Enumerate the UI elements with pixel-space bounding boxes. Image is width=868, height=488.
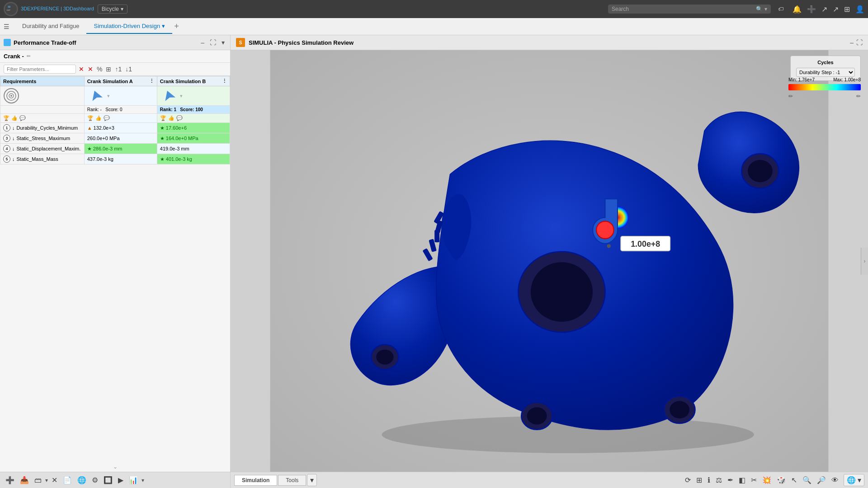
rt-btn-section[interactable]: ◧ <box>736 474 748 486</box>
delete-button[interactable]: ✕ <box>50 474 59 486</box>
add-icon[interactable]: ➕ <box>807 5 816 14</box>
tag-icon[interactable]: 🏷 <box>778 6 783 12</box>
sidebar-toggle[interactable]: ☰ <box>4 23 9 30</box>
table-row: 1 ↓ Durability_Cycles_Minimum ▲ 132.0e+3 <box>0 123 230 133</box>
search-dropdown-icon[interactable]: ▾ <box>764 6 767 12</box>
clear-filter-button[interactable]: ✕ <box>87 65 94 74</box>
plane-b-cell: ▾ <box>157 86 230 106</box>
doc-button[interactable]: 📄 <box>61 474 74 486</box>
topbar: 3D EXP 3DEXPERIENCE | 3DDashboard Bicycl… <box>0 0 868 18</box>
thumbs-a-icon[interactable]: 👍 <box>95 115 102 121</box>
req-icon-cell <box>0 86 85 106</box>
compare-button[interactable]: ⚙ <box>90 474 100 486</box>
table-row: 4 ↓ Static_Displacement_Maxim. ★ 286.0e-… <box>0 144 230 154</box>
project-dropdown[interactable]: Bicycle ▾ <box>98 5 127 14</box>
scale-edit-icons: ✏ ✏ <box>788 93 861 99</box>
rt-view-dropdown[interactable]: 🌐 ▾ <box>844 474 864 486</box>
tab-more-dropdown[interactable]: ▾ <box>307 474 317 486</box>
rt-btn-zoom-in[interactable]: 🔎 <box>815 474 828 486</box>
chart-button[interactable]: 📊 <box>127 474 140 486</box>
apps-icon[interactable]: ⊞ <box>844 5 850 14</box>
search-icon: 🔍 <box>756 6 763 12</box>
tools-tab-button[interactable]: Tools <box>278 475 306 486</box>
tab-durability[interactable]: Durability and Fatigue <box>15 19 86 34</box>
scan-button[interactable]: 🔲 <box>102 474 114 486</box>
top-icons: 🔔 ➕ ↗ ↗ ⊞ 👤 <box>793 5 864 14</box>
trophy-a-icon[interactable]: 🏆 <box>87 115 94 121</box>
search-input[interactable] <box>612 6 754 12</box>
scroll-down-indicator[interactable]: ⌄ <box>0 462 230 472</box>
minimize-panel-button[interactable]: – <box>199 38 206 47</box>
rt-btn-zoom-fit[interactable]: 🔍 <box>800 474 814 486</box>
user-icon[interactable]: 👤 <box>855 5 864 14</box>
share2-icon[interactable]: ↗ <box>833 5 839 14</box>
sort-asc-button[interactable]: ↑1 <box>114 65 123 74</box>
globe-button[interactable]: 🌐 <box>75 474 88 486</box>
rt-btn-eye[interactable]: 👁 <box>829 474 841 486</box>
comment-b-icon[interactable]: 💬 <box>176 115 183 121</box>
share-icon[interactable]: ↗ <box>821 5 827 14</box>
notify-icon[interactable]: 🔔 <box>793 5 802 14</box>
icon-row: ▾ ▾ <box>0 86 230 106</box>
play-button[interactable]: ▶ <box>116 474 125 486</box>
rt-btn-measure[interactable]: ⚖ <box>713 474 724 486</box>
tab-simulation[interactable]: Simulation-Driven Design ▾ <box>86 19 172 34</box>
sim-a-val-2: 260.0e+0 MPa <box>84 133 157 144</box>
close-panel-button[interactable]: ▾ <box>220 38 226 47</box>
cycles-dropdown[interactable]: Durability Step : -1 <box>796 68 855 77</box>
tb-dropdown-icon[interactable]: ▾ <box>142 477 144 483</box>
left-panel: Performance Trade-off – ⛶ ▾ Crank - ✏ ✕ … <box>0 35 231 488</box>
sim-minimize-button[interactable]: – <box>850 39 854 46</box>
logo-area: 3D EXP 3DEXPERIENCE | 3DDashboard <box>4 2 94 16</box>
plane-b-dropdown[interactable]: ▾ <box>180 93 183 99</box>
thumbs-b-icon[interactable]: 👍 <box>168 115 175 121</box>
edit-icon[interactable]: ✏ <box>27 53 31 59</box>
trophy-b-icon[interactable]: 🏆 <box>160 115 166 121</box>
color-scale: Min: 1.76e+7 Max: 1.00e+8 <box>788 77 861 90</box>
rt-btn-info[interactable]: ℹ <box>705 474 712 486</box>
star-icon-1: ★ <box>160 125 165 131</box>
add-row-button[interactable]: ➕ <box>4 474 16 486</box>
target-icon-cell <box>3 88 81 104</box>
col-sim-a-menu-icon[interactable]: ⋮ <box>149 78 154 84</box>
db-button[interactable]: 🗃 <box>33 474 43 486</box>
scale-edit-right-icon[interactable]: ✏ <box>856 93 861 99</box>
rt-btn-sim[interactable]: 🎲 <box>774 474 788 486</box>
svg-text:3D: 3D <box>8 5 11 8</box>
right-panel: S SIMULIA - Physics Simulation Review – … <box>231 35 868 488</box>
maximize-panel-button[interactable]: ⛶ <box>208 38 218 47</box>
tab-dropdown-icon[interactable]: ▾ <box>162 23 165 29</box>
rt-btn-fit[interactable]: ⊞ <box>694 474 704 486</box>
scale-edit-left-icon[interactable]: ✏ <box>788 93 793 99</box>
thumbs-icon[interactable]: 👍 <box>11 115 18 121</box>
sim-maximize-button[interactable]: ⛶ <box>856 39 863 46</box>
rank-empty <box>0 106 85 114</box>
right-edge-tab[interactable]: › <box>861 248 868 275</box>
rt-btn-rotate[interactable]: ⟳ <box>683 474 693 486</box>
col-sim-b-menu-icon[interactable]: ⋮ <box>222 78 227 84</box>
comment-a-icon[interactable]: 💬 <box>104 115 110 121</box>
grid-view-button[interactable]: ⊞ <box>105 65 112 74</box>
comment-icon[interactable]: 💬 <box>19 115 26 121</box>
import-button[interactable]: 📥 <box>18 474 31 486</box>
search-area[interactable]: 🔍 ▾ <box>608 5 771 14</box>
trophy-icon[interactable]: 🏆 <box>3 115 9 121</box>
delete-filter-button[interactable]: ✕ <box>78 65 85 74</box>
dropdown-icon-tb[interactable]: ▾ <box>45 477 48 483</box>
rt-btn-cut[interactable]: ✂ <box>749 474 759 486</box>
star-icon-3a: ★ <box>87 146 92 152</box>
add-tab-button[interactable]: + <box>174 22 179 31</box>
simulation-tab-button[interactable]: Simulation <box>234 475 277 486</box>
percent-filter-button[interactable]: % <box>96 65 103 74</box>
rt-btn-pen[interactable]: ✒ <box>725 474 736 486</box>
svg-point-27 <box>596 221 613 239</box>
target-icon <box>3 88 19 104</box>
param-name-4: 5 ↓ Static_Mass_Mass <box>0 154 85 164</box>
rt-btn-cursor[interactable]: ↖ <box>789 474 799 486</box>
rt-btn-explode[interactable]: 💥 <box>760 474 774 486</box>
sim-title: SIMULIA - Physics Simulation Review <box>249 39 354 46</box>
sort-desc-button[interactable]: ↓1 <box>124 65 133 74</box>
plane-a-dropdown[interactable]: ▾ <box>107 93 110 99</box>
row-arrow-1: ↓ <box>12 125 15 131</box>
filter-input[interactable] <box>4 65 76 74</box>
